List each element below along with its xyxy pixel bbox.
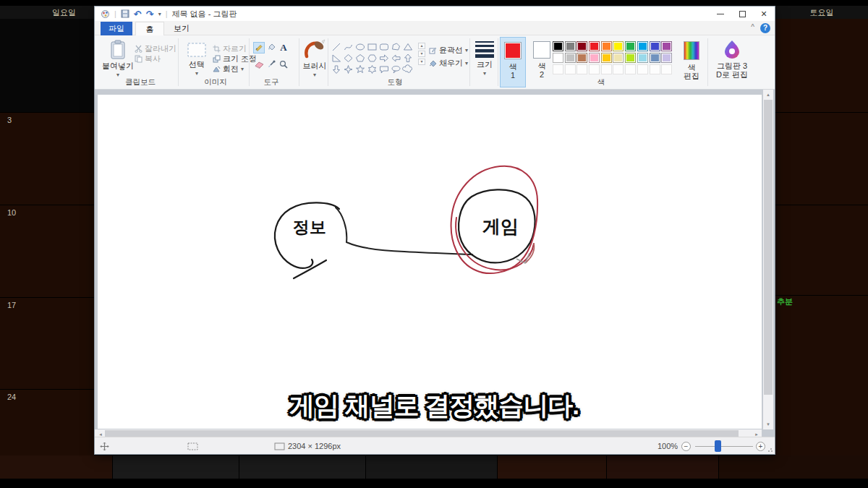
calendar-bottom-cell: [497, 455, 606, 479]
zoom-out-button[interactable]: −: [681, 437, 691, 455]
eraser-icon: [255, 61, 264, 69]
zoom-slider-thumb[interactable]: [715, 440, 721, 452]
palette-swatch[interactable]: [637, 41, 648, 51]
color2-button[interactable]: 색 2: [529, 37, 555, 87]
color1-button[interactable]: 색 1: [500, 37, 526, 87]
crop-button[interactable]: 자르기: [213, 44, 247, 53]
minimize-button[interactable]: [710, 7, 731, 21]
shapes-grid[interactable]: [331, 41, 417, 75]
palette-swatch[interactable]: [661, 41, 672, 51]
palette-swatch[interactable]: [613, 41, 624, 51]
status-bar: 2304 × 1296px 100% − +: [95, 437, 775, 454]
palette-swatch[interactable]: [553, 41, 563, 51]
redo-icon[interactable]: ↷: [146, 9, 154, 19]
drawing-canvas[interactable]: 정보 게임: [98, 95, 762, 429]
copy-icon: [135, 55, 142, 63]
zoom-in-button[interactable]: +: [756, 437, 765, 455]
resize-grip[interactable]: [767, 447, 773, 453]
shapes-scroll-up-icon[interactable]: ▴: [418, 43, 425, 49]
shapes-group-label: 도형: [370, 77, 420, 87]
edit-colors-button[interactable]: 색 편집: [678, 38, 705, 80]
palette-swatch[interactable]: [565, 41, 576, 51]
fill-tool[interactable]: [265, 42, 277, 53]
maximize-button[interactable]: [731, 7, 753, 21]
calendar-date: 3: [7, 116, 12, 124]
palette-swatch[interactable]: [576, 53, 587, 63]
color2-number: 2: [529, 70, 555, 79]
palette-swatch[interactable]: [589, 41, 600, 51]
cursor-position-indicator: [100, 437, 109, 455]
palette-swatch-empty[interactable]: [576, 64, 587, 74]
palette-swatch-empty[interactable]: [613, 64, 624, 74]
pencil-tool[interactable]: [253, 42, 265, 53]
undo-icon[interactable]: ↶: [134, 9, 142, 19]
scroll-up-icon[interactable]: ▴: [763, 92, 773, 98]
select-button[interactable]: 선택 ▾: [183, 38, 210, 77]
help-icon[interactable]: ?: [760, 23, 770, 33]
resize-icon: [213, 55, 221, 63]
collapse-ribbon-icon[interactable]: ^: [751, 23, 754, 31]
edit-colors-icon: [684, 41, 699, 60]
pencil-icon: [255, 43, 263, 52]
palette-swatch[interactable]: [650, 41, 660, 51]
quick-access-dropdown-icon[interactable]: ▾: [158, 11, 161, 17]
title-bar: | ↶ ↷ ▾ | 제목 없음 - 그림판 ×: [95, 7, 775, 21]
cut-button[interactable]: 잘라내기: [135, 44, 176, 53]
palette-swatch[interactable]: [576, 41, 587, 51]
palette-swatch-empty[interactable]: [589, 64, 600, 74]
palette-swatch-empty[interactable]: [637, 64, 648, 74]
tab-view[interactable]: 보기: [167, 22, 196, 35]
outline-button[interactable]: 윤곽선 ▾: [429, 46, 468, 55]
brushes-button[interactable]: 브러시 ▾: [302, 38, 327, 78]
fill-button[interactable]: 채우기 ▾: [429, 59, 468, 68]
zoom-out-icon: −: [684, 442, 689, 450]
shapes-scroll-down-icon[interactable]: ▾: [418, 51, 425, 57]
maximize-icon: [739, 11, 746, 17]
palette-swatch-empty[interactable]: [565, 64, 576, 74]
canvas-size-indicator: 2304 × 1296px: [274, 437, 341, 455]
tab-home[interactable]: 홈: [135, 22, 164, 35]
select-rectangle-icon: [187, 43, 206, 57]
rotate-button[interactable]: 회전 ▾: [213, 64, 244, 74]
fill-bucket-icon: [267, 43, 276, 52]
paint-window: | ↶ ↷ ▾ | 제목 없음 - 그림판 × 파일 홈 보기 ^ ?: [94, 6, 775, 455]
palette-swatch-empty[interactable]: [661, 64, 672, 74]
tab-file[interactable]: 파일: [101, 22, 132, 35]
palette-swatch-empty[interactable]: [625, 64, 636, 74]
zoom-level-text: 100%: [658, 437, 678, 455]
separator: |: [166, 9, 168, 18]
eyedropper-tool[interactable]: [265, 59, 277, 70]
copy-button[interactable]: 복사: [135, 54, 161, 64]
eraser-tool[interactable]: [253, 59, 265, 70]
vertical-scrollbar[interactable]: ▴ ▾: [763, 90, 773, 429]
palette-swatch[interactable]: [625, 41, 636, 51]
palette-swatch[interactable]: [637, 53, 648, 63]
selection-icon: [187, 442, 198, 450]
palette-swatch[interactable]: [661, 53, 672, 63]
canvas-viewport: 정보 게임 ▴ ▾ ◂ ▸: [95, 90, 775, 438]
palette-swatch[interactable]: [589, 53, 600, 63]
save-icon[interactable]: [121, 9, 129, 18]
zoom-slider-track[interactable]: [695, 446, 753, 447]
shapes-more-icon[interactable]: ▾: [418, 59, 425, 65]
palette-swatch[interactable]: [601, 53, 612, 63]
palette-swatch[interactable]: [650, 53, 660, 63]
magnifier-tool[interactable]: [278, 59, 289, 70]
paint3d-label-2: D로 편집: [711, 70, 753, 79]
canvas-label-left: 정보: [293, 218, 326, 236]
palette-swatch[interactable]: [553, 53, 563, 63]
palette-swatch[interactable]: [613, 53, 624, 63]
vertical-scroll-thumb[interactable]: [764, 100, 773, 395]
palette-swatch-empty[interactable]: [553, 64, 563, 74]
resize-button[interactable]: 크기 조정: [213, 54, 257, 64]
palette-swatch[interactable]: [601, 41, 612, 51]
text-tool[interactable]: A: [278, 42, 289, 53]
palette-swatch-empty[interactable]: [650, 64, 660, 74]
paint3d-button[interactable]: 그림판 3 D로 편집: [711, 38, 753, 79]
palette-swatch[interactable]: [565, 53, 576, 63]
close-button[interactable]: ×: [753, 7, 775, 21]
size-button[interactable]: 크기 ▾: [473, 38, 496, 77]
palette-swatch[interactable]: [625, 53, 636, 63]
paste-button[interactable]: 붙여넣기 ▾: [101, 38, 135, 78]
palette-swatch-empty[interactable]: [601, 64, 612, 74]
